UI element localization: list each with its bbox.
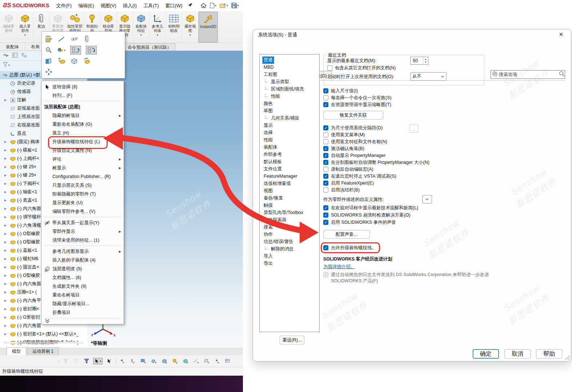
options-category-item[interactable]: 视图: [260, 187, 319, 194]
context-menu-item[interactable]: ▶: [41, 245, 124, 247]
context-menu-item[interactable]: 顶层透明度 (5) ▶: [41, 264, 124, 273]
ok-button[interactable]: 确定: [473, 349, 499, 359]
options-category-item[interactable]: 显示类型: [260, 78, 319, 85]
context-menu-item[interactable]: 只显示层次关系 (S) ▶: [41, 181, 124, 190]
checkbox-icon[interactable]: [323, 213, 328, 218]
menu-item[interactable]: 窗口(W): [162, 1, 186, 10]
expand-arrow-icon[interactable]: ▶: [4, 232, 7, 235]
resize-grip[interactable]: [565, 355, 569, 360]
option-checkbox[interactable]: 在退出宏时停止 VSTA 调试器(S): [323, 173, 563, 180]
checkbox-icon[interactable]: [323, 205, 328, 210]
reset-button[interactable]: 重设(R)...: [280, 336, 304, 344]
checkbox-icon[interactable]: [323, 125, 328, 130]
close-icon[interactable]: ✕: [557, 31, 565, 38]
options-category-item[interactable]: 几何关系/捕捉: [260, 114, 319, 122]
filter-table-icon[interactable]: [224, 359, 232, 364]
checkbox-icon[interactable]: [323, 146, 328, 151]
filter-icon[interactable]: [3, 62, 8, 68]
custom-property-dropdown[interactable]: [422, 195, 432, 203]
options-category-item[interactable]: 默认模板: [260, 158, 319, 165]
checkbox-icon[interactable]: [323, 220, 328, 225]
filter-faces-icon[interactable]: [140, 359, 148, 364]
checkbox-icon[interactable]: [327, 65, 332, 70]
context-menu-item[interactable]: 零部件显示 ▶: [41, 227, 124, 236]
stepper-arrows-icon[interactable]: ▲▼: [423, 57, 428, 64]
checkbox-icon[interactable]: [323, 187, 328, 193]
zoom-icon[interactable]: [45, 47, 53, 53]
expand-arrow-icon[interactable]: ▶: [4, 174, 7, 177]
include-open-docs-checkbox[interactable]: 包含从其它文档打开的文档(N): [327, 65, 480, 73]
options-category-item[interactable]: 性能: [260, 93, 319, 100]
expand-arrow-icon[interactable]: ▶: [4, 140, 7, 144]
context-menu-item[interactable]: ▶: [41, 100, 124, 102]
checkbox-icon[interactable]: [323, 95, 328, 100]
expand-arrow-icon[interactable]: ▶: [4, 157, 7, 160]
context-menu-item[interactable]: 清理未使用的特征... (1) ▶: [41, 236, 124, 245]
options-category-item[interactable]: 触摸: [260, 202, 319, 209]
option-checkbox[interactable]: SOLIDWORKS 崩溃时检查解决方案(O): [323, 212, 563, 219]
expand-arrow-icon[interactable]: ▶: [4, 182, 7, 185]
help-button[interactable]: 帮助: [536, 349, 562, 359]
expand-arrow-icon[interactable]: ▶: [4, 316, 7, 319]
context-menu-item[interactable]: 转到... (F) ▶: [41, 91, 124, 100]
ribbon-button[interactable]: 编辑零 部件 ▾: [1, 12, 17, 43]
options-category-item[interactable]: 选值框增量值: [260, 180, 319, 187]
expand-arrow-icon[interactable]: ▶: [4, 274, 7, 277]
filter-fastener-icon[interactable]: [171, 359, 179, 364]
ribbon-button[interactable]: Instant3D ▾: [199, 12, 218, 43]
context-menu-item[interactable]: 参考几何图形显示 ▶: [41, 247, 124, 256]
context-menu-item[interactable]: 隐藏的树项目 ▶: [41, 111, 124, 120]
context-menu-item[interactable]: 升级装饰螺纹线特征 (L) ▶: [41, 137, 124, 146]
configurationmanager-tab-icon[interactable]: [21, 53, 27, 59]
expand-arrow-icon[interactable]: ▶: [4, 98, 7, 102]
hide-component-icon[interactable]: [57, 36, 65, 42]
expand-arrow-icon[interactable]: ▶: [4, 165, 7, 169]
option-checkbox[interactable]: 为尺寸使用系统分隔符(D) .: [323, 125, 563, 132]
filter-point-icon[interactable]: [213, 359, 221, 364]
edit-appearance-icon[interactable]: ▾: [57, 47, 65, 53]
options-category-item[interactable]: 文件位置: [260, 165, 319, 173]
propertymanager-tab-icon[interactable]: [12, 53, 18, 59]
option-checkbox[interactable]: 在欢迎对话框中显示最新技术提醒和新闻(L): [323, 205, 563, 212]
options-category-item[interactable]: 工程图: [260, 71, 319, 78]
filter-solid-icon[interactable]: [161, 359, 169, 364]
expand-arrow-icon[interactable]: ▶: [4, 332, 7, 336]
filter-axis-icon[interactable]: [192, 359, 200, 364]
options-category-item[interactable]: 草图: [260, 107, 319, 114]
expand-arrow-icon[interactable]: ▶: [4, 249, 7, 252]
filter-edges-icon[interactable]: [129, 359, 137, 364]
configure-sounds-button[interactable]: 配置声音...: [323, 230, 370, 239]
options-category-item[interactable]: 区域剖面线/填充: [260, 85, 319, 93]
options-category-item[interactable]: 解除的消息: [260, 245, 319, 252]
view-orientation-icon[interactable]: [70, 57, 78, 65]
options-category-item[interactable]: 信息/错误/警告: [260, 238, 319, 245]
filter-caret-icon[interactable]: ▾: [8, 64, 10, 67]
option-checkbox[interactable]: 每选择一个命令仅一次有效(S): [323, 94, 563, 101]
options-category-item[interactable]: 装配体: [260, 144, 319, 151]
save-icon[interactable]: ▾: [230, 2, 240, 9]
open-folder-icon[interactable]: ▾: [219, 2, 229, 9]
context-menu-item[interactable]: 树显示 ▶: [41, 163, 124, 172]
collapse-items-icon[interactable]: [70, 46, 81, 54]
expand-tree-icon[interactable]: [45, 68, 53, 76]
command-predictor-tab[interactable]: 命令预测器（测试版）: [124, 43, 175, 51]
options-category-item[interactable]: FeatureManager: [260, 173, 319, 180]
attachment-icon[interactable]: [83, 36, 91, 43]
reorder-tree-icon[interactable]: [86, 46, 97, 54]
feature-tree-item[interactable]: ▶ (-) 密封套<1> (默认) <<默认>_: [0, 330, 87, 338]
expand-arrow-icon[interactable]: ▶: [4, 149, 7, 152]
option-checkbox[interactable]: 录制后自动编辑宏(A): [323, 166, 563, 173]
expand-arrow-icon[interactable]: ▶: [4, 299, 7, 302]
context-menu-item[interactable]: 逆转选择 (8) ▶: [41, 82, 124, 91]
options-category-item[interactable]: 异型孔向导/Toolbox: [260, 209, 319, 216]
select-tool-button[interactable]: ▾: [93, 358, 103, 364]
expand-arrow-icon[interactable]: ▶: [4, 266, 7, 269]
tree-horizontal-scrollbar[interactable]: [4, 342, 84, 344]
checkbox-icon[interactable]: [323, 167, 328, 172]
context-menu-item[interactable]: Configuration Publisher... (R) ▶: [41, 172, 124, 181]
caret-icon[interactable]: ▾: [215, 4, 216, 7]
option-checkbox[interactable]: 启用 FeatureXpert(E): [323, 180, 563, 187]
context-menu-item[interactable]: 生成新文件夹 (9) ▶: [41, 282, 124, 291]
options-category-item[interactable]: 导出: [260, 260, 319, 267]
expand-arrow-icon[interactable]: ▶: [4, 215, 7, 219]
